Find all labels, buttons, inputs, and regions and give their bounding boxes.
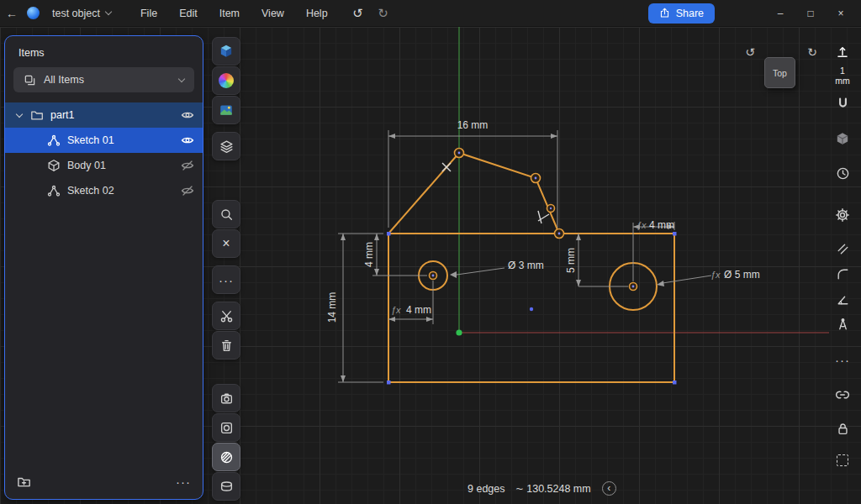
items-panel-title: Items [5,36,203,66]
origin-point[interactable] [456,329,462,335]
expand-chevron-icon[interactable] [16,111,23,118]
redo-icon[interactable]: ↻ [372,6,394,21]
material-button[interactable] [212,66,240,95]
sketch-icon [47,184,61,197]
snap-button[interactable] [829,91,856,116]
dim-left-height[interactable]: 14 mm [326,292,338,323]
document-title-dropdown[interactable]: test object [45,8,118,19]
bounding-box-button[interactable] [212,413,240,442]
constraint-link-button[interactable] [829,382,856,407]
tree-item-sketch01[interactable]: Sketch 01 [5,128,203,153]
shaded-mesh-button[interactable] [212,443,240,471]
tree-item-label: part1 [50,109,75,121]
dim-hole1-horizontal[interactable]: 4 mm [406,304,431,316]
menu-help[interactable]: Help [295,2,339,25]
right-more-button[interactable]: ··· [829,347,856,372]
left-toolbar: × ··· [212,37,240,501]
tree-item-body01[interactable]: Body 01 [5,153,203,178]
new-folder-icon[interactable] [17,475,31,489]
minimize-button[interactable]: – [765,8,795,19]
history-button[interactable] [829,160,856,186]
maximize-button[interactable]: □ [795,8,826,19]
cut-button[interactable] [212,302,240,330]
share-button[interactable]: Share [648,3,715,24]
orientation-cube-button[interactable] [212,37,240,66]
body-icon [47,159,61,172]
folder-icon [30,108,44,122]
grid-step-label[interactable]: 1 mm [835,66,850,86]
settings-button[interactable] [829,202,856,228]
angle-tool-button[interactable] [829,286,856,312]
visibility-on-icon[interactable] [181,134,194,147]
dim-top-width[interactable]: 16 mm [457,119,489,131]
dimension-arrows [341,134,674,382]
image-button[interactable] [212,96,240,124]
more-icon: ··· [219,273,234,287]
cylinder-display-button[interactable] [212,472,240,501]
tree-item-sketch02[interactable]: Sketch 02 [5,178,203,203]
menu-view[interactable]: View [251,2,295,25]
rotate-right-icon[interactable]: ↻ [807,45,817,59]
all-items-icon [24,74,36,87]
app-window: 16 mm 14 mm 4 mm 4 mm 5 mm 4 mm Ø 3 mm Ø… [0,0,861,504]
total-length: 130.5248 mm [526,483,590,495]
share-icon [659,8,670,18]
dia-hole2-label[interactable]: Ø 5 mm [724,269,760,281]
solid-view-button[interactable] [829,126,856,151]
right-toolbar: 1 mm [827,39,858,473]
pull-tool-button[interactable] [829,39,856,64]
marquee-icon [837,454,848,466]
marquee-select-button[interactable] [829,448,856,473]
sketch-roof-polyline[interactable] [388,153,559,234]
fillet-tool-button[interactable] [829,261,856,286]
viewcube[interactable]: Top [764,57,795,88]
close-selection-button[interactable]: × [212,229,240,258]
trash-icon [219,339,234,353]
search-button[interactable] [212,200,240,228]
close-button[interactable]: × [826,8,856,19]
camera-icon [219,391,234,406]
dim-hole2-vertical[interactable]: 5 mm [565,248,577,273]
rotate-left-icon[interactable]: ↺ [745,45,755,59]
dim-hole1-vertical[interactable]: 4 mm [363,242,375,267]
visibility-off-icon[interactable] [181,159,194,172]
all-items-dropdown[interactable]: All Items [13,67,194,92]
hatched-sphere-icon [219,450,234,465]
menubar: File Edit Item View Help [129,2,339,25]
visibility-off-icon[interactable] [181,184,194,197]
panel-more-icon[interactable]: ··· [176,475,191,489]
document-title: test object [52,8,100,19]
compass-icon [836,318,850,332]
fx-icon[interactable]: ƒx [710,270,721,280]
lock-button[interactable] [829,416,856,441]
capture-button[interactable] [212,384,240,412]
hatch-tool-button[interactable] [829,236,856,261]
image-icon [219,102,234,118]
cylinder-icon [219,480,234,494]
viewcube-face-label: Top [773,68,787,78]
measure-tool-button[interactable] [829,312,856,337]
menu-edit[interactable]: Edit [168,2,209,25]
constraint-glyphs[interactable] [442,163,549,223]
back-button[interactable]: ← [0,7,24,20]
layers-button[interactable] [212,132,240,160]
dia-hole1-label[interactable]: Ø 3 mm [508,260,544,271]
close-icon: × [222,236,230,251]
fx-icon[interactable]: ƒx [637,220,647,230]
tree-item-part1[interactable]: part1 [5,102,203,128]
undo-icon[interactable]: ↺ [347,6,369,21]
more-tools-button[interactable]: ··· [212,265,240,294]
collapse-status-button[interactable]: ‹ [602,481,616,496]
scissors-icon [219,309,234,323]
fx-icon[interactable]: ƒx [391,305,401,315]
dim-hole2-horizontal[interactable]: 4 mm [649,219,674,231]
layers-icon [219,139,234,154]
menu-item[interactable]: Item [209,2,251,25]
visibility-on-icon[interactable] [181,108,194,122]
tree-item-label: Body 01 [67,160,106,171]
dimension-lines [338,130,711,382]
delete-button[interactable] [212,331,240,360]
menu-file[interactable]: File [129,2,168,25]
share-label: Share [676,8,704,19]
gear-icon [835,207,850,223]
